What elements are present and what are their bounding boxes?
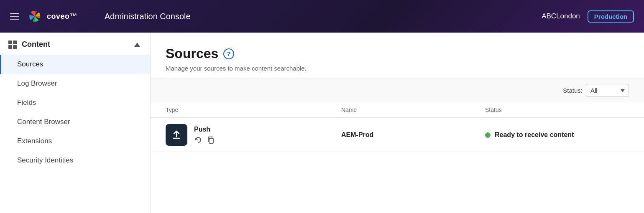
table-header: Type Name Status <box>151 102 644 118</box>
logo-text: coveo™ <box>47 12 77 21</box>
sidebar: Content Sources Log Browser Fields Conte… <box>0 33 151 213</box>
table-header-name: Name <box>341 106 485 113</box>
status-cell: Ready to receive content <box>485 131 629 139</box>
sidebar-item-security-identities[interactable]: Security Identities <box>0 151 150 170</box>
type-cell: Push <box>166 124 341 146</box>
sidebar-item-fields[interactable]: Fields <box>0 93 150 112</box>
svg-rect-1 <box>209 138 213 143</box>
main-content: Sources ? Manage your sources to make co… <box>151 33 644 213</box>
status-select-wrapper: All Ready Error Disabled <box>586 84 629 97</box>
page-subtitle: Manage your sources to make content sear… <box>166 65 629 72</box>
sidebar-section-content[interactable]: Content <box>0 33 150 55</box>
body: Content Sources Log Browser Fields Conte… <box>0 33 644 213</box>
sidebar-section-label: Content <box>22 40 50 49</box>
status-dot-ready <box>485 132 491 138</box>
sidebar-item-extensions[interactable]: Extensions <box>0 132 150 151</box>
status-filter-label: Status: <box>563 87 583 94</box>
type-info: Push <box>194 126 215 144</box>
coveo-logo-icon <box>27 8 43 24</box>
name-cell: AEM-Prod <box>341 131 485 139</box>
page-title: Sources <box>166 46 218 61</box>
hamburger-menu-icon[interactable] <box>10 13 19 20</box>
sidebar-item-log-browser[interactable]: Log Browser <box>0 74 150 93</box>
table-row: Push <box>151 118 644 152</box>
header: coveo™ Administration Console ABCLondon … <box>0 0 644 33</box>
table-header-type: Type <box>166 106 341 113</box>
refresh-action-icon[interactable] <box>194 136 202 144</box>
content-grid-icon <box>8 41 17 49</box>
source-name: AEM-Prod <box>341 131 373 138</box>
header-divider <box>91 10 91 23</box>
table-header-status: Status <box>485 106 629 113</box>
help-icon-label: ? <box>227 51 231 57</box>
sidebar-item-sources[interactable]: Sources <box>0 55 150 74</box>
toolbar: Status: All Ready Error Disabled <box>151 79 644 102</box>
env-badge[interactable]: Production <box>588 10 634 23</box>
copy-action-icon[interactable] <box>207 136 215 144</box>
header-left: coveo™ Administration Console <box>10 8 191 24</box>
sidebar-items: Sources Log Browser Fields Content Brows… <box>0 55 150 170</box>
push-source-icon <box>166 124 187 146</box>
logo-area: coveo™ <box>27 8 77 24</box>
header-right: ABCLondon Production <box>542 10 634 23</box>
status-filter: Status: All Ready Error Disabled <box>563 84 629 97</box>
org-name: ABCLondon <box>542 12 580 20</box>
push-upload-icon <box>171 129 182 141</box>
page-header: Sources ? Manage your sources to make co… <box>151 33 644 79</box>
status-select[interactable]: All Ready Error Disabled <box>586 84 629 97</box>
sidebar-section-title: Content <box>8 40 50 49</box>
sidebar-item-content-browser[interactable]: Content Browser <box>0 112 150 132</box>
type-name: Push <box>194 126 215 133</box>
status-text: Ready to receive content <box>495 131 574 139</box>
console-title: Administration Console <box>105 12 191 21</box>
page-title-row: Sources ? <box>166 46 629 61</box>
type-actions <box>194 136 215 144</box>
chevron-up-icon <box>134 43 140 47</box>
help-icon[interactable]: ? <box>223 48 234 59</box>
